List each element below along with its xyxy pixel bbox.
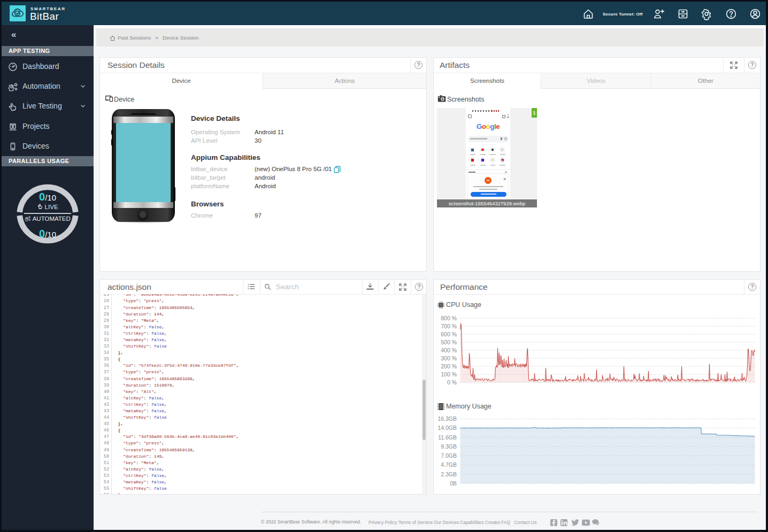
svg-text:4.7GB: 4.7GB <box>441 461 457 468</box>
svg-text:14.0GB: 14.0GB <box>437 425 457 431</box>
svg-text:0B: 0B <box>450 480 457 487</box>
svg-text:16.3GB: 16.3GB <box>437 415 457 422</box>
svg-text:9.3GB: 9.3GB <box>441 443 457 450</box>
svg-text:400 %: 400 % <box>441 347 457 353</box>
svg-text:2.3GB: 2.3GB <box>441 471 457 477</box>
svg-text:200 %: 200 % <box>441 363 457 369</box>
svg-text:0 %: 0 % <box>447 379 457 385</box>
svg-text:800 %: 800 % <box>441 315 457 321</box>
svg-text:600 %: 600 % <box>441 331 457 337</box>
svg-text:11.6GB: 11.6GB <box>438 434 457 441</box>
svg-text:500 %: 500 % <box>441 339 457 345</box>
svg-text:100 %: 100 % <box>441 371 457 377</box>
svg-text:700 %: 700 % <box>441 323 457 329</box>
svg-text:300 %: 300 % <box>441 355 457 361</box>
svg-text:7.0GB: 7.0GB <box>441 452 457 459</box>
